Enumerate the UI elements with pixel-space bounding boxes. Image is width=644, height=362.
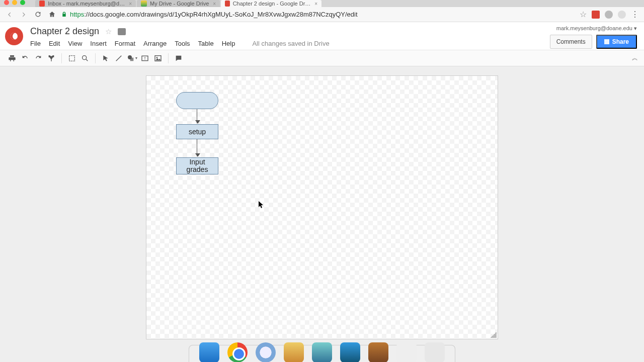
collapse-toolbar-icon[interactable]: ︽	[632, 54, 638, 62]
home-button[interactable]	[47, 10, 56, 19]
google-drawings-app: Chapter 2 design ☆ File Edit View Insert…	[0, 22, 644, 362]
forward-button	[19, 10, 28, 19]
dock-app-icon[interactable]	[284, 342, 304, 362]
url-rest: ://docs.google.com/drawings/d/1yOkpR4rhX…	[84, 11, 357, 18]
close-tab-icon[interactable]: ×	[213, 1, 216, 7]
svg-point-1	[83, 55, 87, 59]
lock-icon	[61, 11, 67, 18]
browser-tab[interactable]: My Drive - Google Drive ×	[137, 0, 220, 7]
browser-tab[interactable]: Inbox - mark.meysenburg@d… ×	[35, 0, 136, 7]
tab-title: My Drive - Google Drive	[150, 1, 209, 7]
undo-icon[interactable]	[19, 52, 31, 64]
flowchart-process[interactable]: Input grades	[176, 157, 218, 174]
toolbar-separator	[61, 53, 62, 63]
select-icon[interactable]	[100, 52, 112, 64]
url-field[interactable]: https://docs.google.com/drawings/d/1yOkp…	[61, 11, 575, 18]
shape-icon[interactable]: ▾	[126, 52, 138, 64]
menu-format[interactable]: Format	[115, 40, 135, 47]
extension-icon[interactable]	[605, 11, 613, 19]
url-scheme: https	[70, 11, 84, 18]
dock-app-icon[interactable]	[340, 342, 360, 362]
close-tab-icon[interactable]: ×	[129, 1, 132, 7]
menu-file[interactable]: File	[30, 40, 41, 47]
reload-button[interactable]	[33, 10, 42, 19]
back-button[interactable]	[5, 10, 14, 19]
macos-dock	[189, 345, 455, 362]
menu-help[interactable]: Help	[222, 40, 235, 47]
line-icon[interactable]	[113, 52, 125, 64]
shape-label: Input grades	[187, 158, 208, 174]
redo-icon[interactable]	[32, 52, 44, 64]
shape-label: setup	[189, 128, 206, 136]
paint-format-icon[interactable]	[45, 52, 57, 64]
drawings-favicon-icon	[225, 1, 229, 7]
star-icon[interactable]: ☆	[580, 10, 587, 19]
dock-safari-icon[interactable]	[256, 342, 276, 362]
flowchart-arrow[interactable]	[197, 109, 197, 123]
zoom-window-icon[interactable]	[20, 0, 25, 5]
image-icon[interactable]	[152, 52, 164, 64]
drawings-logo-icon[interactable]	[5, 27, 23, 45]
browser-addressbar: https://docs.google.com/drawings/d/1yOkp…	[0, 7, 644, 22]
svg-rect-3	[130, 57, 133, 61]
svg-text:T: T	[144, 56, 146, 60]
zoom-icon[interactable]	[79, 52, 91, 64]
flowchart-process[interactable]: setup	[176, 124, 218, 139]
dock-app-icon[interactable]	[368, 342, 388, 362]
move-folder-icon[interactable]	[118, 28, 126, 35]
comments-button[interactable]: Comments	[550, 35, 592, 49]
browser-tab[interactable]: Chapter 2 design - Google Dr… ×	[221, 0, 321, 7]
lock-icon	[604, 39, 609, 44]
extension-icon[interactable]	[618, 11, 626, 19]
close-window-icon[interactable]	[4, 0, 9, 5]
menu-insert[interactable]: Insert	[90, 40, 107, 47]
dock-finder-icon[interactable]	[199, 342, 219, 362]
svg-rect-0	[69, 55, 75, 61]
menu-table[interactable]: Table	[198, 40, 214, 47]
menu-view[interactable]: View	[68, 40, 82, 47]
dock-trash-icon[interactable]	[425, 342, 445, 362]
tab-title: Chapter 2 design - Google Dr…	[233, 1, 311, 7]
canvas-area: setup Input grades	[0, 66, 644, 362]
doc-header: Chapter 2 design ☆ File Edit View Insert…	[0, 22, 644, 50]
doc-title[interactable]: Chapter 2 design	[30, 26, 99, 37]
window-controls[interactable]	[4, 0, 25, 5]
dock-app-icon[interactable]	[396, 342, 417, 362]
extension-icon[interactable]	[592, 11, 600, 19]
star-doc-icon[interactable]: ☆	[105, 27, 112, 36]
share-label: Share	[612, 38, 629, 45]
chrome-menu-icon[interactable]: ⋮	[631, 10, 639, 19]
flowchart-arrow[interactable]	[197, 139, 197, 156]
textbox-icon[interactable]: T	[139, 52, 151, 64]
drive-favicon-icon	[141, 1, 147, 7]
menu-edit[interactable]: Edit	[49, 40, 60, 47]
tab-title: Inbox - mark.meysenburg@d…	[48, 1, 125, 7]
browser-tabstrip: Inbox - mark.meysenburg@d… × My Drive - …	[0, 0, 644, 7]
save-status: All changes saved in Drive	[252, 40, 329, 47]
drawing-canvas[interactable]: setup Input grades	[146, 75, 498, 339]
canvas-resize-handle[interactable]	[491, 332, 497, 338]
minimize-window-icon[interactable]	[12, 0, 17, 5]
mouse-cursor-icon	[258, 201, 264, 209]
dock-app-icon[interactable]	[312, 342, 332, 362]
toolbar-separator	[168, 53, 169, 63]
print-icon[interactable]	[6, 52, 18, 64]
svg-point-7	[156, 57, 158, 58]
menu-arrange[interactable]: Arrange	[143, 40, 167, 47]
share-button[interactable]: Share	[596, 35, 637, 49]
toolbar: ▾ T ︽	[0, 50, 644, 66]
mail-favicon-icon	[39, 1, 45, 7]
toolbar-separator	[95, 53, 96, 63]
extension-icons: ⋮	[592, 10, 639, 19]
dock-chrome-icon[interactable]	[227, 342, 248, 362]
close-tab-icon[interactable]: ×	[314, 1, 317, 7]
fit-icon[interactable]	[66, 52, 78, 64]
menubar: File Edit View Insert Format Arrange Too…	[30, 40, 330, 47]
insert-comment-icon[interactable]	[173, 52, 185, 64]
menu-tools[interactable]: Tools	[175, 40, 190, 47]
user-email[interactable]: mark.meysenburg@doane.edu ▾	[556, 25, 637, 32]
flowchart-terminator[interactable]	[176, 92, 218, 109]
